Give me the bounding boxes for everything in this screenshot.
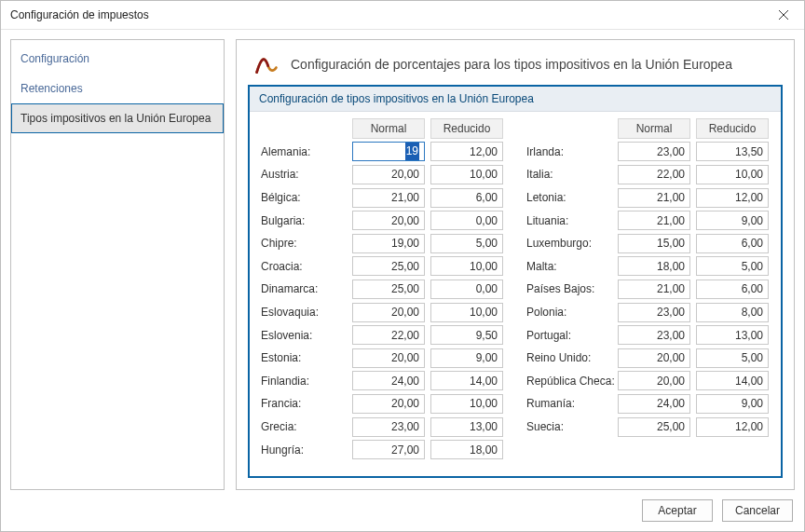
rate-row: Polonia: (525, 301, 771, 324)
rate-normal-input-croacia[interactable] (352, 256, 425, 276)
rate-reducido-input-reino-unido[interactable] (696, 348, 769, 368)
rate-normal-input-eslovaquia[interactable] (352, 303, 425, 322)
country-label-croacia: Croacia: (259, 260, 349, 273)
rate-normal-input-polonia[interactable] (618, 303, 690, 322)
country-label-letonia: Letonia: (525, 191, 615, 204)
rate-reducido-input-malta[interactable] (696, 256, 769, 276)
rate-row: Bulgaria: (259, 209, 506, 232)
rate-reducido-input-italia[interactable] (696, 165, 769, 184)
rates-column-right: Normal Reducido Irlanda:Italia:Letonia:L… (525, 117, 771, 471)
rate-row: Suecia: (525, 416, 771, 439)
rate-normal-input-grecia[interactable] (352, 417, 425, 437)
country-label-alemania: Alemania: (259, 145, 349, 158)
rate-row: Países Bajos: (525, 278, 771, 301)
rate-row: Finlandia: (259, 370, 506, 393)
rate-reducido-input-eslovenia[interactable] (430, 325, 503, 345)
rate-reducido-input-austria[interactable] (430, 165, 503, 184)
col-header-normal: Normal (352, 118, 425, 139)
rate-normal-input-reino-unido[interactable] (618, 348, 690, 368)
rate-reducido-input-polonia[interactable] (696, 303, 769, 322)
rate-normal-input-paises-bajos[interactable] (618, 280, 690, 299)
rate-normal-input-suecia[interactable] (618, 417, 690, 437)
country-label-eslovaquia: Eslovaquia: (259, 306, 349, 319)
country-label-eslovenia: Eslovenia: (259, 329, 349, 342)
rate-normal-input-dinamarca[interactable] (352, 280, 425, 299)
rate-normal-input-malta[interactable] (618, 256, 690, 276)
nav-item-tipos-eu[interactable]: Tipos impositivos en la Unión Europea (11, 103, 224, 133)
country-label-lituania: Lituania: (525, 214, 615, 227)
rate-normal-input-austria[interactable] (352, 165, 425, 184)
rate-reducido-input-bulgaria[interactable] (430, 211, 503, 230)
rate-reducido-input-paises-bajos[interactable] (696, 280, 769, 299)
country-label-chipre: Chipre: (259, 237, 349, 250)
rate-normal-input-bulgaria[interactable] (352, 211, 425, 230)
rate-row: Luxemburgo: (525, 232, 771, 255)
rate-reducido-input-irlanda[interactable] (696, 142, 769, 161)
rate-normal-input-rumania[interactable] (618, 394, 690, 414)
rate-row: Malta: (525, 255, 771, 279)
rate-row: Letonia: (525, 186, 771, 210)
rate-normal-input-italia[interactable] (618, 165, 690, 184)
rate-reducido-input-rumania[interactable] (696, 394, 769, 414)
rate-reducido-input-republica-checa[interactable] (696, 371, 769, 390)
country-label-portugal: Portugal: (525, 329, 615, 342)
country-label-malta: Malta: (525, 260, 615, 273)
rate-row: Chipre: (259, 232, 506, 255)
rate-normal-input-belgica[interactable] (352, 188, 425, 208)
rate-reducido-input-portugal[interactable] (696, 325, 769, 345)
rate-reducido-input-dinamarca[interactable] (430, 280, 503, 299)
rate-reducido-input-croacia[interactable] (430, 256, 503, 276)
rate-row: Dinamarca: (259, 278, 506, 301)
nav-item-retenciones[interactable]: Retenciones (11, 74, 224, 103)
close-icon (779, 10, 788, 20)
rate-normal-input-alemania[interactable]: 19 (352, 142, 425, 161)
rate-normal-input-republica-checa[interactable] (618, 371, 690, 390)
rate-normal-input-eslovenia[interactable] (352, 325, 425, 345)
rate-row: Francia: (259, 392, 506, 416)
rate-reducido-input-letonia[interactable] (696, 188, 769, 208)
country-label-austria: Austria: (259, 168, 349, 181)
rate-reducido-input-suecia[interactable] (696, 417, 769, 437)
rate-row: Alemania:19 (259, 141, 506, 164)
rate-normal-input-lituania[interactable] (618, 211, 690, 230)
country-label-belgica: Bélgica: (259, 191, 349, 204)
panel-title: Configuración de tipos impositivos en la… (250, 87, 781, 112)
rate-normal-input-chipre[interactable] (352, 234, 425, 253)
rate-reducido-input-alemania[interactable] (430, 142, 503, 161)
rate-reducido-input-eslovaquia[interactable] (430, 303, 503, 322)
rate-normal-input-finlandia[interactable] (352, 371, 425, 390)
rate-reducido-input-chipre[interactable] (430, 234, 503, 253)
rate-reducido-input-francia[interactable] (430, 394, 503, 414)
rate-reducido-input-estonia[interactable] (430, 348, 503, 368)
rate-normal-input-portugal[interactable] (618, 325, 690, 345)
rate-row: Irlanda: (525, 141, 771, 164)
cancel-button[interactable]: Cancelar (722, 499, 793, 522)
rate-normal-input-irlanda[interactable] (618, 142, 690, 161)
rate-reducido-input-grecia[interactable] (430, 417, 503, 437)
rate-normal-input-letonia[interactable] (618, 188, 690, 208)
rate-row: República Checa: (525, 370, 771, 393)
rate-row: Eslovaquia: (259, 301, 506, 324)
rate-row: Estonia: (259, 347, 506, 370)
accept-button[interactable]: Aceptar (642, 499, 713, 522)
rate-reducido-input-finlandia[interactable] (430, 371, 503, 390)
rate-normal-input-estonia[interactable] (352, 348, 425, 368)
rate-reducido-input-hungria[interactable] (430, 440, 503, 459)
country-label-luxemburgo: Luxemburgo: (525, 237, 615, 250)
rates-grid: Normal Reducido Alemania:19Austria:Bélgi… (250, 112, 781, 476)
rate-normal-input-francia[interactable] (352, 394, 425, 414)
rate-reducido-input-luxemburgo[interactable] (696, 234, 769, 253)
rate-row: Bélgica: (259, 186, 506, 210)
nav-item-configuracion[interactable]: Configuración (11, 44, 224, 74)
country-label-francia: Francia: (259, 397, 349, 410)
col-header-reducido: Reducido (430, 118, 503, 139)
sidebar: Configuración Retenciones Tipos impositi… (10, 39, 225, 490)
rate-reducido-input-belgica[interactable] (430, 188, 503, 208)
tax-config-dialog: Configuración de impuestos Configuración… (0, 0, 805, 532)
rate-normal-input-luxemburgo[interactable] (618, 234, 690, 253)
rate-reducido-input-lituania[interactable] (696, 211, 769, 230)
rate-normal-input-hungria[interactable] (352, 440, 425, 459)
close-button[interactable] (762, 1, 804, 29)
country-label-suecia: Suecia: (525, 420, 615, 433)
content-header: Configuración de porcentajes para los ti… (248, 49, 783, 85)
